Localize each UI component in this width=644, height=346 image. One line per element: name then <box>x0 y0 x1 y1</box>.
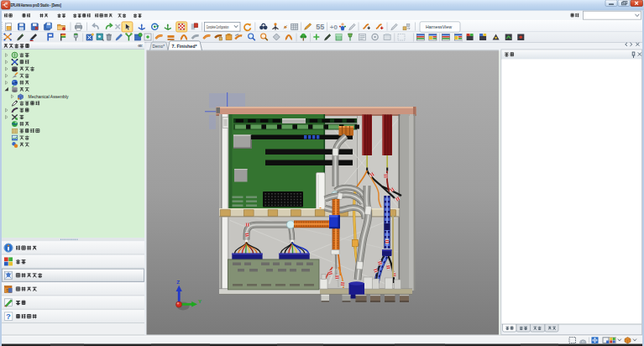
svg-text:+0: +0 <box>330 24 338 31</box>
svg-text:«: « <box>139 43 143 49</box>
svg-text:EPLAN Harness proD Studio - [D: EPLAN Harness proD Studio - [Demo] <box>11 3 62 8</box>
svg-text:Mechanical Assembly: Mechanical Assembly <box>29 94 69 99</box>
svg-text:?: ? <box>6 312 11 321</box>
svg-text:Demo*: Demo* <box>153 44 165 49</box>
svg-text:55: 55 <box>316 23 324 31</box>
svg-text:HarnessView: HarnessView <box>426 24 453 29</box>
svg-text:7. Finished*: 7. Finished* <box>172 44 198 49</box>
svg-text:Z: Z <box>176 279 180 285</box>
svg-text:Complete Configuration: Complete Configuration <box>207 24 229 29</box>
